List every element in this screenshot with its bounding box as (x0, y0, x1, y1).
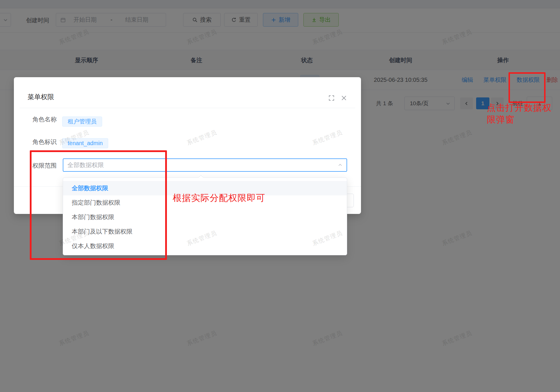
role-name-tag: 租户管理员 (62, 117, 102, 127)
screen: 创建时间 开始日期 - 结束日期 搜索 (0, 0, 560, 392)
dropdown-arrow (198, 175, 203, 180)
role-key-label: 角色标识 (32, 138, 57, 146)
close-icon[interactable] (340, 95, 347, 101)
role-key-tag: tenant_admin (62, 138, 108, 148)
annotation-box-scope (30, 150, 167, 260)
annotation-open-dialog-note: 点击打开数据权限弹窗 (487, 102, 560, 125)
annotation-dropdown-note: 根据实际分配权限即可 (173, 192, 265, 204)
chevron-up-icon (338, 163, 342, 167)
annotation-box-data-perm (509, 72, 546, 103)
dialog-title: 菜单权限 (27, 93, 54, 101)
fullscreen-icon[interactable] (328, 95, 335, 101)
dialog-header-divider (20, 108, 355, 108)
role-name-label: 角色名称 (32, 115, 57, 123)
